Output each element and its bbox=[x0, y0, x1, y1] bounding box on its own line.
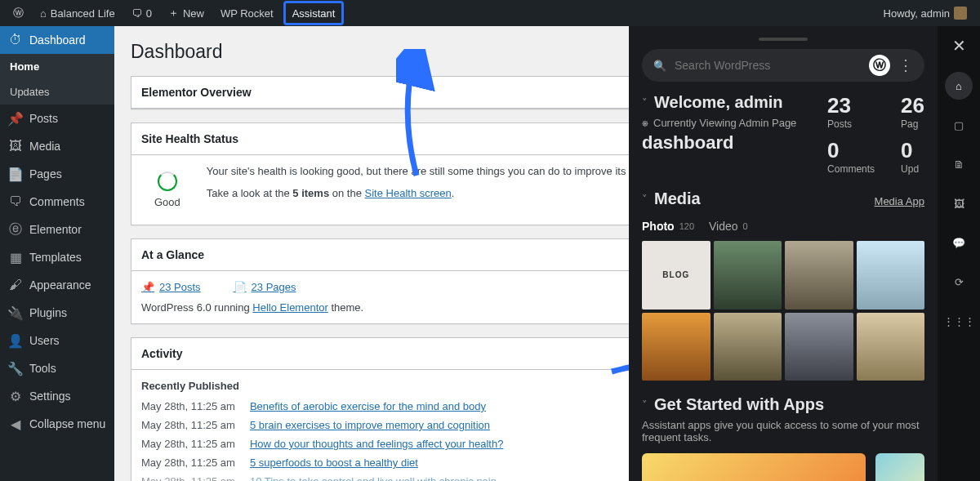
site-name-menu[interactable]: ⌂Balanced Life bbox=[33, 0, 122, 26]
rail-updates-button[interactable]: ⟳ bbox=[945, 268, 973, 296]
sidebar-label: Tools bbox=[29, 362, 56, 375]
sidebar-item-pages[interactable]: 📄Pages bbox=[0, 160, 114, 188]
comments-menu[interactable]: 🗨0 bbox=[125, 0, 158, 26]
activity-link[interactable]: 10 Tips to take control and live well wi… bbox=[250, 475, 497, 481]
media-thumb[interactable] bbox=[714, 313, 782, 381]
assistant-search-input[interactable] bbox=[675, 59, 861, 72]
site-health-link[interactable]: Site Health screen bbox=[365, 187, 452, 199]
media-thumb[interactable]: BLOG bbox=[642, 241, 710, 310]
tab-count: 120 bbox=[679, 221, 694, 231]
media-thumb[interactable] bbox=[785, 313, 853, 381]
health-text2d: . bbox=[452, 187, 455, 199]
sidebar-label: Users bbox=[29, 334, 60, 347]
sidebar-item-media[interactable]: 🖼Media bbox=[0, 132, 114, 160]
stat-num: 23 bbox=[827, 93, 875, 118]
sidebar-label: Appearance bbox=[29, 278, 91, 292]
document-icon: 🗎 bbox=[954, 158, 964, 171]
sidebar-collapse[interactable]: ◀Collapse menu bbox=[0, 410, 114, 438]
collapse-icon: ◀ bbox=[8, 416, 23, 431]
health-status-label: Good bbox=[154, 196, 180, 208]
tab-label: Video bbox=[709, 220, 738, 233]
media-thumb[interactable] bbox=[714, 241, 782, 310]
comment-icon: 🗨 bbox=[131, 7, 142, 20]
assistant-panel: 🔍 ⓦ ⋮ ˅Welcome, admin ⎈Currently Viewing… bbox=[629, 26, 980, 481]
stat-num: 0 bbox=[901, 138, 924, 163]
sidebar-sub-updates[interactable]: Updates bbox=[0, 79, 114, 105]
page-icon: 📄 bbox=[234, 281, 247, 293]
pin-icon: 📌 bbox=[8, 111, 23, 126]
new-label: New bbox=[183, 7, 204, 20]
assistant-menu[interactable]: Assistant bbox=[283, 1, 345, 25]
glance-pages-label: 23 Pages bbox=[252, 281, 296, 293]
app-card[interactable] bbox=[875, 453, 924, 481]
media-title: Media bbox=[654, 189, 701, 208]
more-icon[interactable]: ⋮ bbox=[898, 56, 913, 74]
health-gauge-icon bbox=[158, 171, 177, 191]
media-thumb[interactable] bbox=[857, 313, 925, 381]
stat-num: 0 bbox=[827, 138, 875, 163]
media-thumb[interactable] bbox=[857, 241, 925, 310]
glance-pages-link[interactable]: 📄23 Pages bbox=[234, 281, 296, 293]
media-app-link[interactable]: Media App bbox=[875, 195, 924, 207]
media-thumb[interactable] bbox=[785, 241, 853, 310]
sidebar-label: Collapse menu bbox=[29, 417, 105, 430]
activity-link[interactable]: 5 superfoods to boost a healthy diet bbox=[250, 457, 418, 469]
app-card[interactable] bbox=[642, 453, 866, 481]
howdy-label: Howdy, admin bbox=[884, 7, 950, 20]
sidebar-item-elementor[interactable]: ⓔElementor bbox=[0, 216, 114, 243]
activity-date: May 28th, 11:25 am bbox=[141, 457, 235, 469]
activity-link[interactable]: Benefits of aerobic exercise for the min… bbox=[250, 400, 486, 412]
comments-count: 0 bbox=[146, 7, 152, 20]
widget-title: Site Health Status bbox=[141, 132, 238, 145]
activity-link[interactable]: 5 brain exercises to improve memory and … bbox=[250, 419, 490, 431]
tab-video[interactable]: Video0 bbox=[709, 220, 748, 233]
sidebar-item-templates[interactable]: ▦Templates bbox=[0, 243, 114, 271]
wp-logo-menu[interactable]: ⓦ bbox=[7, 0, 30, 26]
media-thumb[interactable] bbox=[642, 313, 710, 381]
account-menu[interactable]: Howdy, admin bbox=[877, 0, 973, 26]
wp-rocket-menu[interactable]: WP Rocket bbox=[214, 0, 280, 26]
plugin-icon: 🔌 bbox=[8, 305, 23, 320]
home-icon: ⌂ bbox=[40, 7, 47, 20]
pin-icon: 📌 bbox=[141, 281, 154, 293]
rail-media-button[interactable]: 🖼 bbox=[945, 189, 973, 217]
rail-comments-button[interactable]: 💬 bbox=[945, 229, 973, 256]
rail-home-button[interactable]: ⌂ bbox=[945, 72, 973, 100]
rail-bookmarks-button[interactable]: ▢ bbox=[945, 111, 973, 139]
sidebar-item-dashboard[interactable]: ⏱Dashboard bbox=[0, 26, 114, 54]
sidebar-label: Plugins bbox=[29, 306, 67, 319]
sidebar-item-comments[interactable]: 🗨Comments bbox=[0, 188, 114, 216]
chat-icon: 💬 bbox=[952, 237, 965, 249]
new-content-menu[interactable]: ＋New bbox=[162, 0, 211, 26]
sidebar-item-plugins[interactable]: 🔌Plugins bbox=[0, 299, 114, 327]
wordpress-icon: ⓦ bbox=[13, 6, 24, 20]
theme-link[interactable]: Hello Elementor bbox=[252, 301, 328, 314]
rail-apps-button[interactable]: ⋮⋮⋮ bbox=[945, 307, 973, 335]
sidebar-item-posts[interactable]: 📌Posts bbox=[0, 105, 114, 132]
bookmark-icon: ▢ bbox=[954, 119, 964, 131]
tab-photo[interactable]: Photo120 bbox=[642, 220, 694, 233]
user-icon: 👤 bbox=[8, 333, 23, 348]
activity-link[interactable]: How do your thoughts and feelings affect… bbox=[250, 438, 504, 450]
viewing-label: Currently Viewing Admin Page bbox=[653, 117, 796, 129]
sidebar-item-appearance[interactable]: 🖌Appearance bbox=[0, 271, 114, 299]
stat-label: Upd bbox=[901, 163, 924, 175]
elementor-icon: ⓔ bbox=[8, 222, 23, 237]
wp-version-b: theme. bbox=[328, 301, 363, 314]
sidebar-item-tools[interactable]: 🔧Tools bbox=[0, 354, 114, 382]
chevron-down-icon[interactable]: ˅ bbox=[642, 399, 648, 411]
glance-posts-link[interactable]: 📌23 Posts bbox=[141, 281, 201, 293]
sidebar-sub-home[interactable]: Home bbox=[0, 54, 114, 79]
widget-title: Activity bbox=[141, 347, 183, 360]
wordpress-icon[interactable]: ⓦ bbox=[869, 55, 890, 76]
sidebar-item-users[interactable]: 👤Users bbox=[0, 327, 114, 354]
getstarted-title: Get Started with Apps bbox=[654, 395, 824, 414]
comment-icon: 🗨 bbox=[8, 194, 23, 209]
sidebar-item-settings[interactable]: ⚙Settings bbox=[0, 382, 114, 410]
close-icon[interactable]: ✕ bbox=[952, 36, 966, 56]
chevron-down-icon[interactable]: ˅ bbox=[642, 193, 648, 205]
health-text2c: on the bbox=[329, 187, 364, 199]
drag-handle[interactable] bbox=[759, 38, 808, 41]
rail-content-button[interactable]: 🗎 bbox=[945, 150, 973, 178]
chevron-down-icon[interactable]: ˅ bbox=[642, 96, 648, 109]
